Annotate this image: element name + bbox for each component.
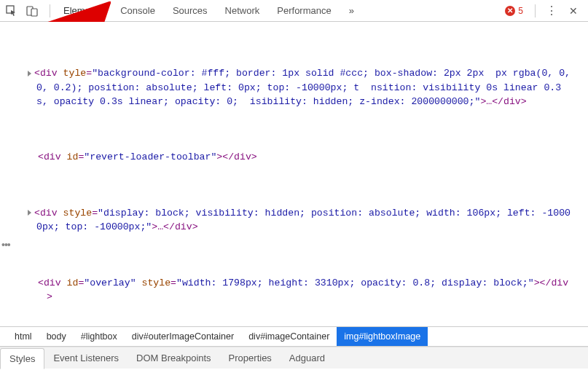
tab-network[interactable]: Network bbox=[216, 0, 269, 21]
expand-triangle-icon[interactable] bbox=[28, 71, 31, 76]
tab-styles[interactable]: Styles bbox=[0, 348, 44, 369]
kebab-menu-icon[interactable]: ⋮ bbox=[540, 4, 563, 17]
devtools-tab-bar: Elements Console Sources Network Perform… bbox=[0, 0, 588, 22]
close-devtools-icon[interactable]: ✕ bbox=[563, 5, 584, 17]
breadcrumb-item[interactable]: div#imageContainer bbox=[241, 327, 337, 346]
dom-close: >…</div> bbox=[480, 96, 526, 107]
svg-rect-3 bbox=[31, 9, 37, 16]
inspect-icon[interactable] bbox=[4, 4, 19, 18]
breadcrumb-item[interactable]: div#outerImageContainer bbox=[125, 327, 241, 346]
dom-node[interactable]: <div style="display: block; visibility: … bbox=[4, 206, 572, 234]
tab-performance[interactable]: Performance bbox=[268, 0, 340, 21]
error-count: 5 bbox=[518, 6, 523, 16]
breadcrumb-item-selected[interactable]: img#lightboxImage bbox=[337, 327, 428, 346]
expand-triangle-icon[interactable] bbox=[28, 210, 31, 216]
breadcrumb-item[interactable]: body bbox=[39, 327, 74, 346]
dom-node[interactable]: <div id="revert-loader-toolbar"></div> bbox=[4, 150, 572, 164]
dom-node[interactable]: <div id="overlay" style="width: 1798px; … bbox=[4, 276, 572, 304]
dom-tag: <div bbox=[34, 68, 63, 79]
device-toggle-icon[interactable] bbox=[25, 4, 39, 18]
gutter-ellipsis: ••• bbox=[1, 239, 10, 251]
sidebar-tabs: Styles Event Listeners DOM Breakpoints P… bbox=[0, 347, 588, 369]
separator bbox=[535, 4, 536, 17]
tab-elements[interactable]: Elements bbox=[55, 0, 111, 21]
breadcrumb-item[interactable]: html bbox=[7, 327, 39, 346]
tab-console[interactable]: Console bbox=[111, 0, 164, 21]
tab-adguard[interactable]: Adguard bbox=[281, 347, 334, 369]
dom-node[interactable]: <div tyle="background-color: #fff; borde… bbox=[4, 66, 572, 108]
error-indicator[interactable]: ✕ 5 bbox=[505, 6, 523, 16]
tab-dom-breakpoints[interactable]: DOM Breakpoints bbox=[128, 347, 220, 369]
dom-attr: tyle bbox=[63, 68, 87, 79]
tab-sources[interactable]: Sources bbox=[164, 0, 216, 21]
tab-event-listeners[interactable]: Event Listeners bbox=[44, 347, 128, 369]
separator bbox=[50, 4, 50, 17]
tab-properties[interactable]: Properties bbox=[220, 347, 281, 369]
dom-tree[interactable]: <div tyle="background-color: #fff; borde… bbox=[0, 25, 588, 326]
error-icon: ✕ bbox=[505, 6, 515, 16]
tabs-overflow[interactable]: » bbox=[340, 0, 363, 21]
elements-dom-panel[interactable]: ••• <div tyle="background-color: #fff; b… bbox=[0, 22, 588, 326]
dom-breadcrumb: html body #lightbox div#outerImageContai… bbox=[0, 326, 588, 347]
breadcrumb-item[interactable]: #lightbox bbox=[74, 327, 125, 346]
